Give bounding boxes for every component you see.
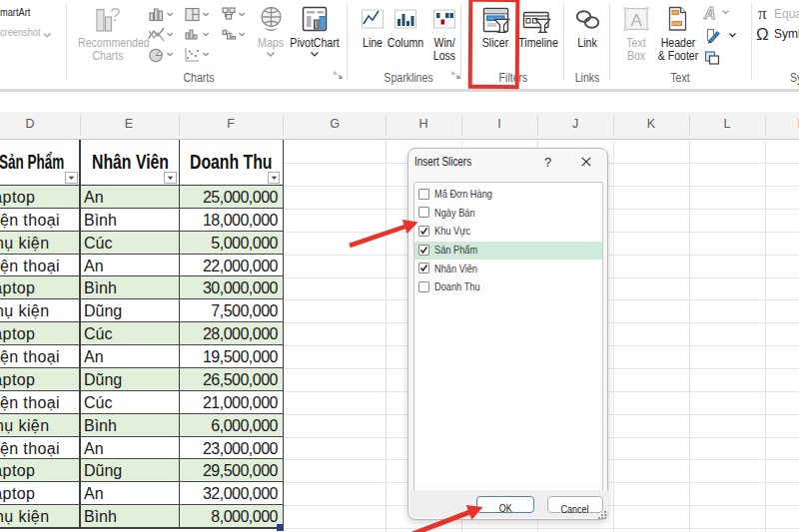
svg-text:A: A	[703, 5, 716, 22]
svg-text:Ω: Ω	[756, 25, 769, 44]
svg-text:A: A	[631, 11, 643, 30]
svg-text:Symb: Symb	[774, 27, 799, 41]
svg-text:Equa: Equa	[774, 7, 799, 21]
svg-text:π: π	[758, 4, 767, 23]
svg-text:?: ?	[110, 4, 121, 25]
